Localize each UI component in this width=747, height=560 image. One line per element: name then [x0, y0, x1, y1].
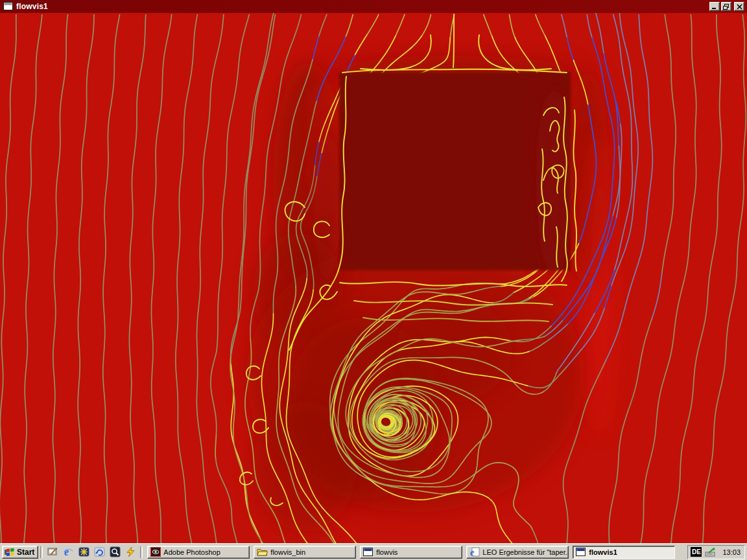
language-indicator[interactable]: DE: [691, 547, 702, 557]
task-button-flowvis1[interactable]: flowvis1: [573, 546, 675, 559]
taskbar-separator: [140, 546, 143, 558]
app-window-icon: [3, 2, 14, 11]
restore-icon: [723, 4, 729, 10]
card-reader-tray-icon[interactable]: [704, 547, 717, 557]
open-folder-icon: [257, 547, 268, 557]
system-tray: DE 13:03: [687, 545, 745, 559]
star-app-icon[interactable]: [77, 546, 90, 559]
minimize-button[interactable]: [709, 2, 720, 11]
window-icon: [363, 548, 374, 557]
desktop-screen: flowvis1: [0, 0, 747, 560]
show-desktop-icon[interactable]: [46, 546, 59, 559]
task-buttons: Adobe Photoshopflowvis_binflowviseLEO Er…: [147, 546, 675, 559]
taskbar: Start e Adobe Photoshopflowvis_binflowvi…: [0, 543, 747, 560]
photoshop-eye-icon: [150, 547, 161, 557]
quick-launch-bar: e: [45, 546, 138, 559]
start-button[interactable]: Start: [2, 546, 38, 559]
lightning-icon[interactable]: [124, 546, 137, 559]
minimize-icon: [711, 4, 718, 10]
svg-text:e: e: [64, 546, 69, 557]
window-title-bar: flowvis1: [0, 0, 747, 13]
internet-explorer-icon[interactable]: e: [62, 546, 75, 559]
window-icon: [576, 548, 586, 557]
task-button-flowvis-bin[interactable]: flowvis_bin: [254, 546, 356, 559]
close-button[interactable]: [734, 2, 744, 11]
restore-button[interactable]: [721, 2, 731, 11]
window-title: flowvis1: [16, 2, 709, 11]
task-button-flowvis[interactable]: flowvis: [360, 546, 462, 559]
close-icon: [737, 4, 742, 10]
taskbar-clock[interactable]: 13:03: [720, 548, 741, 556]
task-button-label: LEO Ergebnisse für "taper...: [482, 548, 569, 556]
magnifier-app-icon[interactable]: [108, 546, 121, 559]
task-button-label: flowvis_bin: [270, 548, 305, 556]
task-button-label: flowvis1: [589, 548, 617, 556]
taskbar-separator: [40, 546, 43, 558]
internet-explorer-page-icon: e: [469, 547, 480, 557]
task-button-label: flowvis: [376, 548, 397, 556]
task-button-adobe-photoshop[interactable]: Adobe Photoshop: [147, 546, 250, 559]
sync-arrows-icon[interactable]: [93, 546, 106, 559]
task-button-leo-ergebnisse-f-r-taper[interactable]: eLEO Ergebnisse für "taper...: [466, 546, 569, 559]
flow-visualization-canvas: [0, 13, 747, 543]
task-button-label: Adobe Photoshop: [163, 548, 220, 556]
svg-text:e: e: [470, 548, 474, 557]
start-label: Start: [17, 548, 34, 557]
windows-flag-icon: [5, 548, 15, 557]
